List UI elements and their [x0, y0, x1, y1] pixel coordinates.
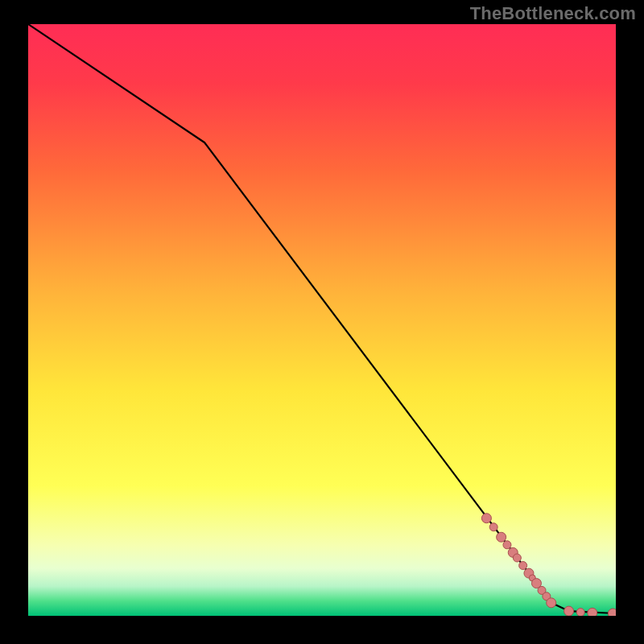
- marker-dot: [503, 541, 511, 549]
- chart-stage: TheBottleneck.com: [0, 0, 644, 644]
- marker-dot: [588, 608, 597, 616]
- heat-background: [28, 24, 616, 616]
- marker-dot: [489, 523, 497, 531]
- marker-dot: [513, 554, 521, 562]
- watermark-text: TheBottleneck.com: [470, 3, 636, 24]
- marker-dot: [576, 609, 584, 616]
- marker-dot: [497, 532, 506, 542]
- marker-dot: [564, 606, 574, 616]
- marker-dot: [481, 514, 491, 523]
- marker-dot: [519, 562, 527, 570]
- bottleneck-chart: [28, 24, 616, 616]
- marker-dot: [547, 598, 556, 608]
- plot-area: [28, 24, 616, 616]
